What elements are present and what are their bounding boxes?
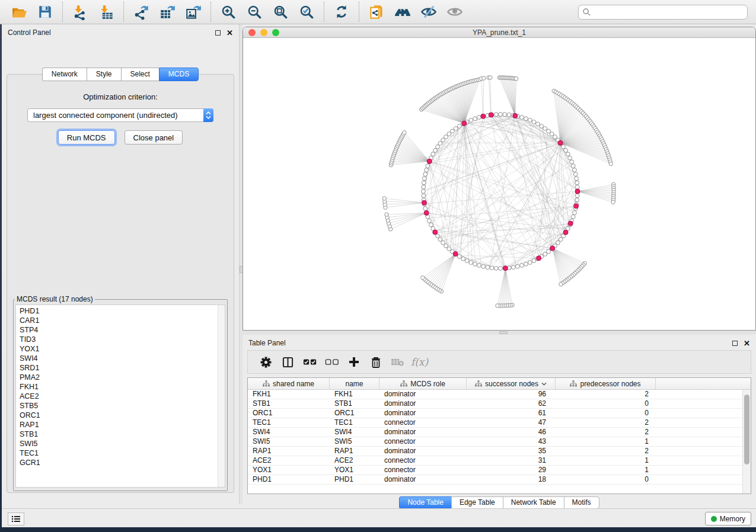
sort-chevron-icon[interactable] bbox=[541, 382, 547, 386]
table-row[interactable]: TEC1TEC1connector472 bbox=[248, 418, 742, 428]
mcds-list-item[interactable]: SWI4 bbox=[16, 354, 225, 363]
import-table-icon[interactable] bbox=[95, 2, 117, 22]
table-cell[interactable]: connector bbox=[379, 456, 467, 465]
table-cell[interactable]: 2 bbox=[556, 418, 656, 427]
column-header-name[interactable]: name bbox=[330, 378, 379, 389]
deselect-all-checkboxes-icon[interactable] bbox=[321, 353, 343, 371]
export-image-icon[interactable] bbox=[182, 2, 205, 22]
table-cell[interactable]: ACE2 bbox=[248, 456, 330, 465]
table-cell[interactable]: dominator bbox=[379, 390, 467, 399]
table-cell[interactable]: dominator bbox=[379, 447, 467, 456]
zoom-fit-icon[interactable] bbox=[269, 2, 292, 22]
tab-mcds[interactable]: MCDS bbox=[159, 68, 199, 81]
tab-style[interactable]: Style bbox=[87, 68, 121, 81]
mcds-list-item[interactable]: TEC1 bbox=[16, 448, 225, 458]
network-canvas[interactable] bbox=[243, 39, 755, 330]
table-cell[interactable]: 62 bbox=[467, 399, 556, 408]
table-cell[interactable]: PHD1 bbox=[330, 475, 379, 484]
zoom-out-icon[interactable] bbox=[243, 2, 266, 22]
mcds-list-item[interactable]: YOX1 bbox=[16, 344, 225, 354]
table-cell[interactable]: SWI4 bbox=[248, 428, 330, 437]
table-cell[interactable]: 47 bbox=[467, 418, 556, 427]
save-session-icon[interactable] bbox=[34, 2, 56, 22]
tab-network[interactable]: Network bbox=[42, 68, 87, 81]
table-cell[interactable]: STB1 bbox=[248, 399, 330, 408]
tab-edge-table[interactable]: Edge Table bbox=[451, 496, 503, 509]
table-row[interactable]: STB1STB1dominator620 bbox=[248, 399, 742, 409]
table-cell[interactable]: 1 bbox=[556, 466, 656, 475]
mcds-list-item[interactable]: STB1 bbox=[16, 430, 225, 439]
column-selector-icon[interactable] bbox=[277, 353, 299, 371]
column-header-predecessor-nodes[interactable]: predecessor nodes bbox=[556, 378, 656, 389]
close-panel-icon[interactable]: ✕ bbox=[227, 29, 233, 37]
share-document-icon[interactable] bbox=[365, 2, 388, 22]
mcds-list-item[interactable]: GCR1 bbox=[16, 458, 225, 467]
table-cell[interactable]: 18 bbox=[467, 475, 556, 484]
table-cell[interactable]: TEC1 bbox=[330, 418, 379, 427]
table-cell[interactable]: RAP1 bbox=[248, 447, 330, 456]
mcds-list-item[interactable]: TID3 bbox=[16, 335, 225, 344]
mcds-list-item[interactable]: STB5 bbox=[16, 401, 225, 411]
table-row[interactable]: FKH1FKH1dominator962 bbox=[248, 390, 742, 399]
table-cell[interactable]: ORC1 bbox=[330, 409, 379, 418]
search-field[interactable] bbox=[578, 5, 748, 20]
horizontal-splitter[interactable] bbox=[243, 331, 756, 335]
table-cell[interactable]: 46 bbox=[467, 428, 556, 437]
scrollbar-thumb[interactable] bbox=[744, 395, 749, 464]
table-row[interactable]: PHD1PHD1dominator180 bbox=[248, 475, 742, 485]
task-history-button[interactable] bbox=[8, 512, 24, 525]
table-cell[interactable]: 96 bbox=[467, 390, 556, 399]
table-cell[interactable]: 0 bbox=[556, 475, 656, 484]
table-cell[interactable]: 31 bbox=[467, 456, 556, 465]
mcds-list-item[interactable]: CAR1 bbox=[16, 316, 225, 325]
table-row[interactable]: ORC1ORC1dominator610 bbox=[248, 409, 742, 418]
table-cell[interactable]: RAP1 bbox=[330, 447, 379, 456]
close-panel-button[interactable]: Close panel bbox=[125, 130, 183, 145]
list-scrollbar[interactable] bbox=[218, 305, 225, 487]
table-cell[interactable]: 0 bbox=[556, 409, 656, 418]
zoom-selected-icon[interactable] bbox=[295, 2, 318, 22]
show-all-eye-icon[interactable] bbox=[444, 2, 466, 22]
table-cell[interactable]: SWI5 bbox=[330, 437, 379, 446]
table-cell[interactable]: FKH1 bbox=[330, 390, 379, 399]
search-input[interactable] bbox=[594, 8, 744, 16]
refresh-icon[interactable] bbox=[330, 2, 353, 22]
table-cell[interactable]: connector bbox=[379, 418, 467, 427]
column-header-shared-name[interactable]: shared name bbox=[248, 378, 330, 389]
tab-node-table[interactable]: Node Table bbox=[399, 496, 451, 509]
table-cell[interactable]: 0 bbox=[556, 399, 656, 408]
import-network-icon[interactable] bbox=[69, 2, 91, 22]
table-cell[interactable]: 1 bbox=[556, 456, 656, 465]
mcds-list-item[interactable]: SWI5 bbox=[16, 439, 225, 448]
column-header-MCDS-role[interactable]: MCDS role bbox=[379, 378, 467, 389]
tab-select[interactable]: Select bbox=[121, 68, 159, 81]
table-scrollbar[interactable] bbox=[742, 390, 751, 493]
table-row[interactable]: ACE2ACE2connector311 bbox=[248, 456, 742, 466]
table-cell[interactable]: 35 bbox=[467, 447, 556, 456]
add-column-icon[interactable] bbox=[343, 353, 365, 371]
table-cell[interactable]: STB1 bbox=[330, 399, 379, 408]
table-cell[interactable]: 61 bbox=[467, 409, 556, 418]
table-cell[interactable]: connector bbox=[379, 437, 467, 446]
table-cell[interactable]: SWI5 bbox=[248, 437, 330, 446]
mcds-list-item[interactable]: PHD1 bbox=[16, 306, 225, 316]
column-header-successor-nodes[interactable]: successor nodes bbox=[467, 378, 556, 389]
mcds-list-item[interactable]: ACE2 bbox=[16, 392, 225, 401]
export-network-icon[interactable] bbox=[130, 2, 152, 22]
select-all-checkboxes-icon[interactable] bbox=[299, 353, 321, 371]
float-window-icon[interactable] bbox=[215, 30, 221, 36]
table-row[interactable]: RAP1RAP1dominator352 bbox=[248, 447, 742, 456]
table-cell[interactable]: dominator bbox=[379, 475, 467, 484]
delete-table-icon[interactable] bbox=[387, 353, 409, 371]
tab-motifs[interactable]: Motifs bbox=[564, 496, 599, 509]
hide-selected-eye-icon[interactable] bbox=[417, 2, 440, 22]
mcds-list-item[interactable]: PMA2 bbox=[16, 373, 225, 382]
function-builder-icon[interactable]: f(x) bbox=[409, 353, 430, 371]
mcds-list-item[interactable]: SRD1 bbox=[16, 363, 225, 373]
table-cell[interactable]: SWI4 bbox=[330, 428, 379, 437]
table-cell[interactable]: PHD1 bbox=[248, 475, 330, 484]
table-cell[interactable]: ACE2 bbox=[330, 456, 379, 465]
table-cell[interactable]: ORC1 bbox=[248, 409, 330, 418]
table-cell[interactable]: FKH1 bbox=[248, 390, 330, 399]
table-options-gear-icon[interactable] bbox=[255, 353, 277, 371]
